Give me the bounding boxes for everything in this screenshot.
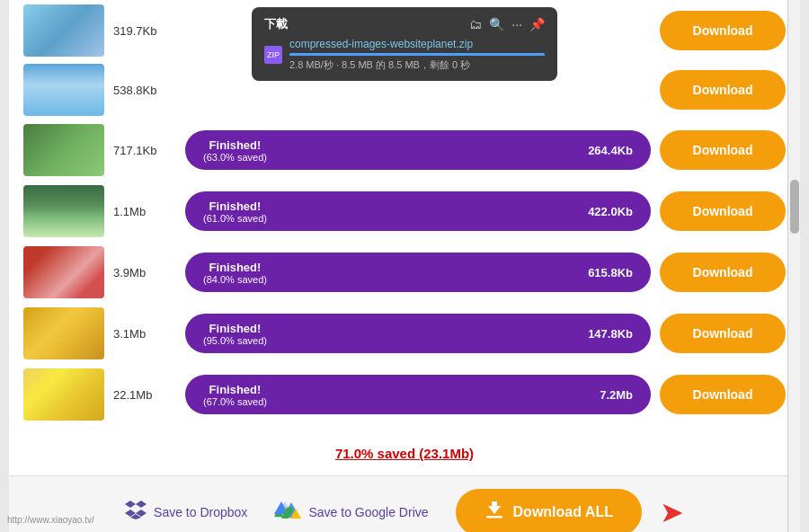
- save-to-drive-button[interactable]: Save to Google Drive: [274, 500, 428, 525]
- popup-file-row: ZIP compressed-images-websiteplanet.zip …: [264, 38, 545, 72]
- progress-text: Finished! (84.0% saved): [203, 261, 267, 285]
- popup-progress-bar: [289, 53, 545, 56]
- thumbnail: [23, 246, 104, 298]
- popup-file-info: compressed-images-websiteplanet.zip 2.8 …: [289, 38, 545, 72]
- download-popup: 下載 🗂 🔍 ··· 📌 ZIP compressed-images-websi…: [252, 7, 557, 81]
- footer: Save to Dropbox: [9, 475, 800, 532]
- original-size: 717.1Kb: [113, 144, 176, 157]
- result-size: 422.0Kb: [588, 205, 633, 218]
- progress-text: Finished! (61.0% saved): [203, 200, 267, 224]
- popup-status: 2.8 MB/秒 · 8.5 MB 的 8.5 MB，剩餘 0 秒: [289, 58, 545, 72]
- original-size: 1.1Mb: [113, 205, 176, 218]
- svg-marker-0: [125, 501, 136, 508]
- popup-header: 下載 🗂 🔍 ··· 📌: [264, 16, 545, 32]
- watermark: http://www.xiaoyao.tv/: [7, 515, 94, 525]
- download-button[interactable]: Download: [660, 314, 786, 353]
- dropbox-icon: [125, 500, 147, 525]
- download-button[interactable]: Download: [660, 70, 786, 110]
- download-button[interactable]: Download: [660, 375, 786, 414]
- arrow-indicator: ➤: [660, 495, 684, 529]
- thumbnail: [23, 64, 104, 116]
- result-size: 7.2Mb: [600, 388, 633, 402]
- progress-text: Finished! (63.0% saved): [203, 138, 267, 163]
- image-row: 1.1Mb Finished! (61.0% saved) 422.0Kb Do…: [23, 183, 786, 239]
- original-size: 538.8Kb: [113, 84, 176, 97]
- saved-label: (95.0% saved): [203, 335, 267, 346]
- folder-icon[interactable]: 🗂: [469, 17, 482, 31]
- popup-progress-fill: [289, 53, 545, 56]
- thumbnail: [23, 185, 104, 237]
- drive-icon: [274, 500, 301, 525]
- svg-rect-15: [486, 516, 502, 519]
- progress-bar: Finished! (63.0% saved) 264.4Kb: [185, 130, 651, 170]
- scrollbar-thumb[interactable]: [790, 180, 799, 234]
- download-button[interactable]: Download: [660, 130, 786, 170]
- saved-label: (63.0% saved): [203, 152, 267, 163]
- download-button[interactable]: Download: [660, 191, 786, 231]
- thumbnail: [23, 368, 104, 421]
- finished-label: Finished!: [203, 383, 267, 396]
- zip-file-icon: ZIP: [264, 46, 282, 64]
- original-size: 3.9Mb: [113, 266, 176, 279]
- download-button[interactable]: Download: [660, 253, 786, 292]
- finished-label: Finished!: [203, 200, 267, 213]
- download-all-icon: [485, 501, 504, 524]
- download-all-button[interactable]: Download ALL: [456, 489, 642, 533]
- progress-text: Finished! (67.0% saved): [203, 383, 267, 407]
- image-row: 3.9Mb Finished! (84.0% saved) 615.8Kb Do…: [23, 244, 786, 300]
- save-to-dropbox-button[interactable]: Save to Dropbox: [125, 500, 247, 525]
- saved-label: (84.0% saved): [203, 274, 267, 285]
- original-size: 3.1Mb: [113, 327, 176, 341]
- finished-label: Finished!: [203, 322, 267, 335]
- progress-bar: Finished! (95.0% saved) 147.8Kb: [185, 314, 651, 353]
- finished-label: Finished!: [203, 261, 267, 274]
- more-icon[interactable]: ···: [511, 17, 522, 31]
- svg-marker-1: [136, 501, 147, 508]
- image-row: 3.1Mb Finished! (95.0% saved) 147.8Kb Do…: [23, 306, 786, 361]
- search-icon[interactable]: 🔍: [489, 17, 504, 31]
- download-button[interactable]: Download: [660, 11, 786, 50]
- result-size: 264.4Kb: [588, 144, 633, 157]
- progress-bar: Finished! (84.0% saved) 615.8Kb: [185, 253, 651, 292]
- dropbox-label: Save to Dropbox: [154, 505, 247, 519]
- popup-icon-group: 🗂 🔍 ··· 📌: [469, 17, 545, 31]
- popup-title: 下載: [264, 16, 288, 32]
- progress-bar: Finished! (67.0% saved) 7.2Mb: [185, 375, 651, 414]
- drive-label: Save to Google Drive: [308, 505, 428, 519]
- original-size: 319.7Kb: [113, 24, 176, 38]
- download-all-label: Download ALL: [513, 504, 613, 520]
- progress-text: Finished! (95.0% saved): [203, 322, 267, 346]
- summary-text: 71.0% saved (23.1Mb): [335, 446, 474, 461]
- thumbnail: [23, 124, 104, 176]
- image-row: 22.1Mb Finished! (67.0% saved) 7.2Mb Dow…: [23, 367, 786, 422]
- thumbnail: [23, 307, 104, 359]
- result-size: 615.8Kb: [588, 266, 633, 279]
- finished-label: Finished!: [203, 138, 267, 152]
- popup-filename: compressed-images-websiteplanet.zip: [289, 38, 545, 50]
- result-size: 147.8Kb: [588, 327, 633, 341]
- saved-label: (67.0% saved): [203, 396, 267, 407]
- summary-row: 71.0% saved (23.1Mb): [9, 435, 800, 475]
- original-size: 22.1Mb: [113, 388, 176, 402]
- progress-bar: Finished! (61.0% saved) 422.0Kb: [185, 191, 651, 231]
- image-row: 717.1Kb Finished! (63.0% saved) 264.4Kb …: [23, 122, 786, 178]
- thumbnail: [23, 4, 104, 57]
- pin-icon[interactable]: 📌: [529, 17, 545, 31]
- scrollbar[interactable]: [787, 0, 800, 532]
- saved-label: (61.0% saved): [203, 213, 267, 224]
